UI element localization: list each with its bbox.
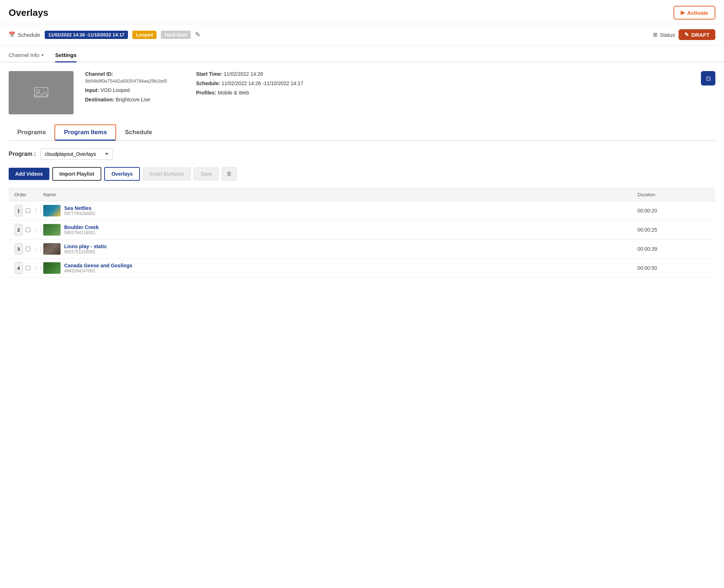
content-area: Channel ID: 9b94b8f0e75442a59354794aa29b… [0,62,724,286]
video-thumb-3 [43,243,61,255]
drag-handle-1[interactable]: ⋮⋮ [33,208,43,214]
program-selector: Program : cloudplayout_Overlays [9,148,715,160]
layers-icon: ⊞ [653,31,658,38]
detail-col-left: Channel ID: 9b94b8f0e75442a59354794aa29b… [85,71,167,102]
channel-details: Channel ID: 9b94b8f0e75442a59354794aa29b… [85,71,715,102]
channel-id-value: 9b94b8f0e75442a59354794aa29b1bd5 [85,78,167,84]
action-bar: Add Videos Import Playlist Overlays Inse… [9,167,715,181]
settings-label: Settings [55,52,76,58]
table-row: 3 ⋮⋮ Lions play - static 5625751316001 0… [9,240,715,259]
video-id-2: 5802784116001 [64,230,99,235]
activate-button[interactable]: ▶ Activate [674,6,715,19]
row-duration-1: 00:00:20 [637,208,710,214]
save-button[interactable]: Save [194,167,219,180]
tab-schedule[interactable]: Schedule [116,125,161,140]
row-order-2: 2 ⋮⋮ [14,224,43,236]
video-thumb-2 [43,224,61,236]
row-duration-2: 00:00:25 [637,227,710,233]
row-order-4: 4 ⋮⋮ [14,262,43,274]
tabs-bar: Channel Info ▾ Settings [0,48,724,62]
start-time-row: Start Time: 11/02/2022 14:26 [196,71,303,77]
insert-bumpers-button: Insert Bumpers [143,167,191,180]
drag-handle-3[interactable]: ⋮⋮ [33,246,43,252]
drag-handle-2[interactable]: ⋮⋮ [33,227,43,233]
edit-channel-button[interactable]: ⊡ [701,71,715,85]
row-checkbox-3[interactable] [26,246,30,252]
video-title-2[interactable]: Boulder Creek [64,224,99,230]
schedule-date-badge[interactable]: 11/02/2022 14:26 -11/10/2022 14:17 [45,31,128,39]
order-num-3: 3 [14,243,23,255]
row-checkbox-4[interactable] [26,265,30,271]
col-order: Order [14,192,43,197]
order-num-1: 1 [14,205,23,216]
schedule-bar: 📅 Schedule 11/02/2022 14:26 -11/10/2022 … [0,24,724,45]
row-duration-3: 00:00:39 [637,246,710,252]
schedule-tab-label: Schedule [125,129,152,136]
looped-badge[interactable]: Looped [132,31,156,39]
add-videos-button[interactable]: Add Videos [9,168,49,180]
program-selector-label: Program : [9,151,36,157]
chevron-down-icon: ▾ [41,53,44,57]
video-thumb-4 [43,262,61,274]
tab-channel-info[interactable]: Channel Info ▾ [9,48,44,62]
row-duration-4: 00:00:50 [637,265,710,271]
tab-programs[interactable]: Programs [9,125,54,140]
program-dropdown[interactable]: cloudplayout_Overlays [40,148,112,160]
destination-row: Destination: Brightcove Live [85,97,167,102]
row-order-3: 3 ⋮⋮ [14,243,43,255]
table-row: 2 ⋮⋮ Boulder Creek 5802784116001 00:00:2… [9,220,715,240]
import-playlist-button[interactable]: Import Playlist [52,167,101,181]
channel-id-row: Channel ID: [85,71,167,77]
trash-icon: 🗑 [226,171,232,177]
table-body: 1 ⋮⋮ Sea Nettles 5977793284001 00:00:20 … [9,201,715,278]
video-thumb-1 [43,205,61,216]
video-title-3[interactable]: Lions play - static [64,243,107,249]
programs-tab-label: Programs [17,129,46,136]
draft-edit-icon: ✎ [684,31,689,38]
status-label: ⊞ Status [653,31,675,38]
channel-info-section: Channel ID: 9b94b8f0e75442a59354794aa29b… [9,71,715,114]
program-items-tab-label: Program Items [64,129,107,136]
drag-handle-4[interactable]: ⋮⋮ [33,265,43,271]
col-name: Name [43,192,637,197]
hard-start-badge[interactable]: Hard Start [161,31,191,39]
row-order-1: 1 ⋮⋮ [14,205,43,216]
video-id-3: 5625751316001 [64,249,107,254]
row-name-2: Boulder Creek 5802784116001 [43,224,637,236]
svg-rect-0 [30,84,52,100]
edit-schedule-button[interactable]: ✎ [195,31,200,39]
schedule-label: 📅 Schedule [9,31,40,38]
schedule-row: Schedule: 11/02/2022 14:26 -11/10/2022 1… [196,80,303,86]
row-name-1: Sea Nettles 5977793284001 [43,205,637,216]
video-id-4: 4883184247001 [64,268,132,273]
order-num-4: 4 [14,262,23,274]
video-title-4[interactable]: Canada Geese and Goslings [64,263,132,268]
delete-button[interactable]: 🗑 [222,167,237,181]
edit-external-icon: ⊡ [706,75,711,82]
profiles-row: Profiles: Mobile & Web [196,90,303,96]
top-header: Overlays ▶ Activate [0,0,724,24]
channel-info-label: Channel Info [9,52,39,58]
activate-icon: ▶ [681,9,685,16]
tab-program-items[interactable]: Program Items [54,124,116,140]
order-num-2: 2 [14,224,23,236]
table-header: Order Name Duration [9,188,715,201]
table-row: 4 ⋮⋮ Canada Geese and Goslings 488318424… [9,259,715,278]
tab-settings[interactable]: Settings [55,48,76,62]
input-row: Input: VOD Looped [85,87,167,93]
row-name-4: Canada Geese and Goslings 4883184247001 [43,262,637,274]
overlays-button[interactable]: Overlays [104,167,140,181]
calendar-icon: 📅 [9,31,16,38]
video-id-1: 5977793284001 [64,211,96,216]
app-title: Overlays [9,7,48,18]
video-title-1[interactable]: Sea Nettles [64,205,96,211]
row-checkbox-1[interactable] [26,208,30,214]
detail-col-right: Start Time: 11/02/2022 14:26 Schedule: 1… [196,71,303,102]
status-area: ⊞ Status ✎ DRAFT [653,29,715,40]
table-row: 1 ⋮⋮ Sea Nettles 5977793284001 00:00:20 [9,201,715,220]
row-checkbox-2[interactable] [26,227,30,233]
col-duration: Duration [637,192,710,197]
channel-thumbnail [9,71,74,114]
thumbnail-placeholder [30,82,52,104]
program-tabs: Programs Program Items Schedule [9,124,715,141]
